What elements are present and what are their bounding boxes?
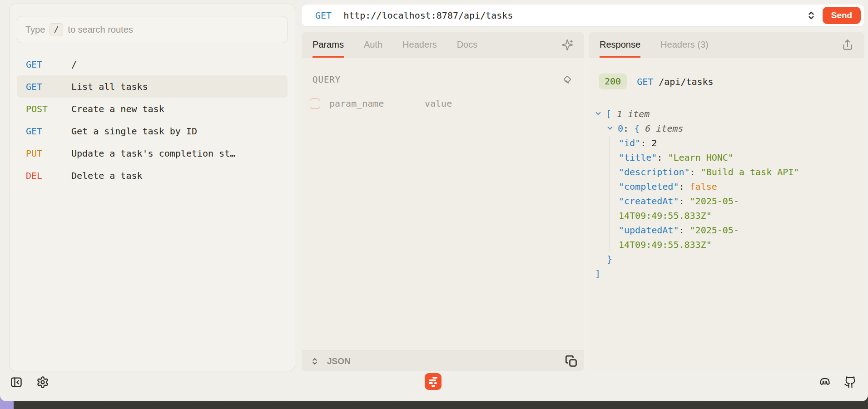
json-line: } [595,252,855,266]
format-stepper-icon[interactable] [310,356,320,366]
collapse-sidebar-icon[interactable] [10,376,23,389]
github-icon[interactable] [844,376,857,389]
desktop-background: Type / to search routes GET/GETList all … [0,0,868,409]
json-line-text: "updatedAt": "2025-05- [619,223,739,237]
json-line-text: } [607,252,612,266]
collapse-chevron-icon[interactable] [607,121,618,136]
json-line-text: 14T09:49:55.833Z" [619,237,712,252]
discord-icon[interactable] [818,376,831,389]
json-line: [ 1 item [595,107,855,121]
route-item[interactable]: GETGet a single task by ID [17,120,288,142]
clear-params-eraser-icon[interactable] [561,74,573,85]
json-line: 14T09:49:55.833Z" [595,237,855,252]
copy-icon[interactable] [565,355,578,368]
method-select[interactable]: GET [302,10,343,21]
route-label: Delete a task [71,170,143,181]
response-json-tree: [ 1 item0: { 6 items"id": 2"title": "Lea… [595,107,855,281]
json-line-text: "completed": false [619,179,717,194]
route-item[interactable]: GETList all tasks [17,75,288,98]
route-method-badge: GET [26,126,71,137]
settings-gear-icon[interactable] [36,376,49,389]
route-label: / [71,59,77,70]
response-panel-header: ResponseHeaders (3) [589,32,864,58]
route-item[interactable]: POSTCreate a new task [17,98,288,120]
json-line: "createdAt": "2025-05- [595,194,855,208]
indent-guide [595,223,607,237]
request-tab-auth[interactable]: Auth [364,32,382,58]
indent-guide [595,136,607,150]
url-input[interactable] [343,10,805,21]
search-hint-prefix: Type [25,25,45,35]
route-list: GET/GETList all tasksPOSTCreate a new ta… [17,53,288,187]
route-label: Create a new task [71,103,164,114]
status-code-badge: 200 [599,74,627,89]
send-button[interactable]: Send [823,7,861,24]
param-name-input[interactable] [329,98,425,109]
json-line-text: "title": "Learn HONC" [619,150,734,165]
url-bar: GET Send [302,5,864,26]
request-panel: ParamsAuthHeadersDocs QUERY [302,32,584,371]
request-tab-docs[interactable]: Docs [457,32,478,58]
collapse-chevron-icon[interactable] [595,107,606,121]
json-line: "title": "Learn HONC" [595,150,855,165]
indent-guide [595,237,607,252]
request-tabs: ParamsAuthHeadersDocs [312,32,477,58]
json-line-text: "description": "Build a task API" [619,165,799,179]
body-format-select[interactable]: JSON [327,356,351,366]
indent-guide [595,165,607,179]
response-panel: ResponseHeaders (3) 200 GET /api/tasks [… [589,32,864,371]
indent-guide [607,223,619,237]
route-item[interactable]: GET/ [17,53,288,75]
indent-guide [595,208,607,223]
response-path: /api/tasks [659,76,713,87]
slash-key-badge: / [50,23,63,36]
indent-guide [595,150,607,165]
bottom-bar [0,371,868,393]
response-tab-response[interactable]: Response [600,32,640,58]
routes-sidebar: Type / to search routes GET/GETList all … [9,4,295,371]
json-line-text: "createdAt": "2025-05- [619,194,739,208]
response-status-row: 200 GET /api/tasks [599,74,854,89]
json-line: 14T09:49:55.833Z" [595,208,855,223]
url-stepper-icon[interactable] [805,10,817,21]
app-logo[interactable] [425,373,441,390]
route-item[interactable]: DELDelete a task [17,164,288,187]
search-hint-suffix: to search routes [68,25,133,35]
request-panel-header: ParamsAuthHeadersDocs [302,32,584,58]
indent-guide [595,194,607,208]
indent-guide [607,150,619,165]
query-section-header: QUERY [312,74,573,85]
param-enabled-checkbox[interactable] [310,99,320,109]
indent-guide [607,208,619,223]
response-tab-headers-3[interactable]: Headers (3) [660,32,709,58]
json-line: "completed": false [595,179,855,194]
indent-guide [595,252,607,266]
route-item[interactable]: PUTUpdate a task's completion st… [17,142,288,164]
json-line-text: 14T09:49:55.833Z" [619,208,712,223]
param-value-input[interactable] [425,98,576,109]
route-method-badge: PUT [26,148,71,159]
json-line-text: ] [595,266,600,281]
route-label: Get a single task by ID [71,126,197,137]
indent-guide [607,237,619,252]
share-icon[interactable] [842,39,853,51]
response-tabs: ResponseHeaders (3) [600,32,709,58]
json-line: "updatedAt": "2025-05- [595,223,855,237]
json-line-text: [ 1 item [606,107,650,121]
route-method-badge: GET [26,81,71,92]
route-search-input[interactable]: Type / to search routes [17,16,288,43]
route-label: List all tasks [71,81,148,92]
route-method-badge: DEL [26,170,71,181]
request-tab-headers[interactable]: Headers [402,32,437,58]
json-line: ] [595,266,855,281]
indent-guide [607,136,619,150]
api-client-window: Type / to search routes GET/GETList all … [0,0,868,401]
indent-guide [607,179,619,194]
json-line-text: "id": 2 [619,136,657,150]
json-line-text: 0: { 6 items [618,121,684,136]
indent-guide [607,165,619,179]
indent-guide [595,179,607,194]
request-tab-params[interactable]: Params [312,32,344,58]
response-method: GET [637,76,653,87]
sparkles-ai-icon[interactable] [561,39,573,51]
